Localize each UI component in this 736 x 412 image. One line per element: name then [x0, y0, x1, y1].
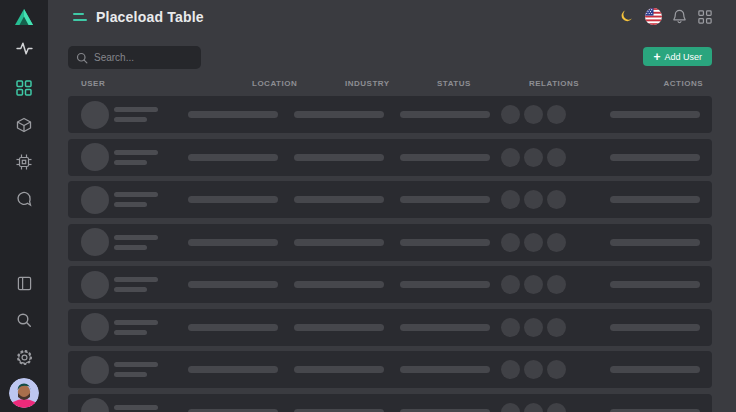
burger-line	[73, 13, 84, 15]
skeleton-actions	[610, 324, 700, 331]
skeleton-location	[188, 281, 278, 288]
header-action-icons	[618, 0, 714, 33]
skeleton-user-subtitle	[114, 287, 147, 292]
language-selector[interactable]	[644, 8, 662, 26]
panels-icon	[17, 276, 32, 291]
skeleton-avatar	[81, 143, 109, 171]
moon-icon	[620, 9, 635, 24]
sidebar-item-products[interactable]	[0, 115, 48, 135]
skeleton-relation-avatar	[547, 275, 566, 294]
skeleton-user-subtitle	[114, 202, 147, 207]
skeleton-industry	[294, 111, 384, 118]
skeleton-relation-avatar	[524, 403, 543, 412]
column-header-relations: RELATIONS	[529, 79, 579, 89]
skeleton-actions	[610, 409, 700, 412]
skeleton-user-name	[114, 320, 158, 325]
add-user-button[interactable]: + Add User	[643, 47, 712, 66]
skeleton-relation-avatar	[524, 190, 543, 209]
dark-mode-toggle[interactable]	[618, 8, 636, 26]
skeleton-user-name	[114, 235, 158, 240]
skeleton-industry	[294, 366, 384, 373]
skeleton-actions	[610, 366, 700, 373]
column-header-actions: ACTIONS	[664, 79, 704, 89]
top-header: Placeload Table	[48, 0, 736, 33]
notifications-button[interactable]	[670, 8, 688, 26]
search-icon	[76, 52, 88, 64]
sidebar-item-dashboard-active[interactable]	[0, 78, 48, 98]
skeleton-avatar	[81, 313, 109, 341]
triangle-logo-icon	[13, 6, 35, 28]
skeleton-relation-avatar	[501, 105, 520, 124]
skeleton-user-name	[114, 405, 158, 410]
table-row	[68, 394, 712, 412]
add-user-label: Add User	[664, 52, 702, 62]
skeleton-relation-avatar	[501, 275, 520, 294]
skeleton-location	[188, 366, 278, 373]
chat-bubble-icon	[16, 191, 32, 207]
skeleton-avatar	[81, 228, 109, 256]
sidebar-item-messages[interactable]	[0, 189, 48, 209]
sidebar-item-panels[interactable]	[0, 273, 48, 293]
column-header-user: USER	[81, 79, 105, 89]
skeleton-status	[400, 196, 490, 203]
table-row	[68, 96, 712, 133]
activity-icon	[16, 40, 33, 57]
app-logo[interactable]	[0, 6, 48, 30]
skeleton-avatar	[81, 101, 109, 129]
skeleton-user-subtitle	[114, 330, 147, 335]
burger-line	[73, 19, 87, 21]
column-header-industry: INDUSTRY	[345, 79, 390, 89]
table-row	[68, 266, 712, 303]
skeleton-user-name	[114, 192, 158, 197]
skeleton-user-name	[114, 362, 158, 367]
search-icon	[16, 312, 32, 328]
skeleton-location	[188, 196, 278, 203]
skeleton-avatar	[81, 186, 109, 214]
skeleton-status	[400, 111, 490, 118]
skeleton-relation-avatar	[547, 233, 566, 252]
page-title: Placeload Table	[96, 9, 204, 25]
bell-icon	[672, 9, 687, 24]
table-row	[68, 351, 712, 388]
skeleton-location	[188, 111, 278, 118]
skeleton-relation-avatar	[547, 403, 566, 412]
column-header-location: LOCATION	[252, 79, 297, 89]
skeleton-relation-avatar	[547, 318, 566, 337]
user-avatar[interactable]	[9, 378, 39, 408]
table-row	[68, 309, 712, 346]
sidebar-item-activity[interactable]	[0, 38, 48, 58]
sidebar-item-components[interactable]	[0, 152, 48, 172]
skeleton-user-subtitle	[114, 160, 147, 165]
skeleton-relation-avatar	[501, 233, 520, 252]
skeleton-location	[188, 154, 278, 161]
skeleton-status	[400, 366, 490, 373]
skeleton-industry	[294, 196, 384, 203]
search-box	[68, 46, 201, 69]
skeleton-actions	[610, 239, 700, 246]
skeleton-relation-avatar	[524, 275, 543, 294]
skeleton-relation-avatar	[524, 360, 543, 379]
skeleton-relation-avatar	[501, 403, 520, 412]
skeleton-avatar	[81, 356, 109, 384]
skeleton-user-name	[114, 150, 158, 155]
sidebar-item-search[interactable]	[0, 310, 48, 330]
sidebar-item-settings[interactable]	[0, 347, 48, 367]
skeleton-status	[400, 154, 490, 161]
skeleton-relation-avatar	[524, 148, 543, 167]
skeleton-user-subtitle	[114, 372, 147, 377]
apps-menu-button[interactable]	[696, 8, 714, 26]
us-flag-icon	[645, 8, 662, 25]
skeleton-actions	[610, 111, 700, 118]
skeleton-actions	[610, 281, 700, 288]
skeleton-status	[400, 281, 490, 288]
skeleton-industry	[294, 281, 384, 288]
table-body	[68, 96, 712, 412]
menu-toggle-button[interactable]	[73, 13, 87, 21]
column-header-status: STATUS	[437, 79, 471, 89]
table-row	[68, 139, 712, 176]
search-input[interactable]	[94, 52, 193, 63]
skeleton-user-name	[114, 107, 158, 112]
apps-grid-icon	[698, 10, 712, 24]
skeleton-relation-avatar	[501, 318, 520, 337]
table-row	[68, 224, 712, 261]
